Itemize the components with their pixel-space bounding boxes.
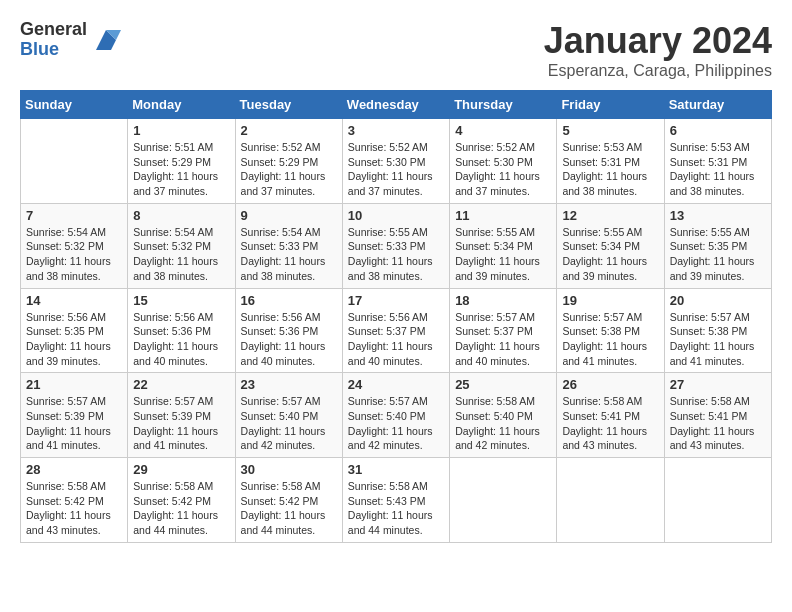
day-number: 7 [26, 208, 122, 223]
day-info: Sunrise: 5:54 AMSunset: 5:32 PMDaylight:… [133, 225, 229, 284]
calendar-cell: 30Sunrise: 5:58 AMSunset: 5:42 PMDayligh… [235, 458, 342, 543]
weekday-header-tuesday: Tuesday [235, 91, 342, 119]
calendar-week-row: 7Sunrise: 5:54 AMSunset: 5:32 PMDaylight… [21, 203, 772, 288]
calendar-cell: 4Sunrise: 5:52 AMSunset: 5:30 PMDaylight… [450, 119, 557, 204]
calendar-cell: 29Sunrise: 5:58 AMSunset: 5:42 PMDayligh… [128, 458, 235, 543]
calendar-cell: 10Sunrise: 5:55 AMSunset: 5:33 PMDayligh… [342, 203, 449, 288]
day-number: 10 [348, 208, 444, 223]
calendar-cell: 9Sunrise: 5:54 AMSunset: 5:33 PMDaylight… [235, 203, 342, 288]
weekday-header-wednesday: Wednesday [342, 91, 449, 119]
day-number: 16 [241, 293, 337, 308]
calendar-week-row: 28Sunrise: 5:58 AMSunset: 5:42 PMDayligh… [21, 458, 772, 543]
calendar-cell: 28Sunrise: 5:58 AMSunset: 5:42 PMDayligh… [21, 458, 128, 543]
calendar-cell [450, 458, 557, 543]
day-info: Sunrise: 5:58 AMSunset: 5:42 PMDaylight:… [241, 479, 337, 538]
weekday-header-row: SundayMondayTuesdayWednesdayThursdayFrid… [21, 91, 772, 119]
calendar-title: January 2024 [544, 20, 772, 62]
logo-icon [91, 25, 121, 55]
day-info: Sunrise: 5:55 AMSunset: 5:34 PMDaylight:… [562, 225, 658, 284]
weekday-header-sunday: Sunday [21, 91, 128, 119]
day-info: Sunrise: 5:51 AMSunset: 5:29 PMDaylight:… [133, 140, 229, 199]
calendar-cell: 20Sunrise: 5:57 AMSunset: 5:38 PMDayligh… [664, 288, 771, 373]
day-number: 2 [241, 123, 337, 138]
day-number: 20 [670, 293, 766, 308]
day-info: Sunrise: 5:58 AMSunset: 5:42 PMDaylight:… [26, 479, 122, 538]
day-info: Sunrise: 5:56 AMSunset: 5:37 PMDaylight:… [348, 310, 444, 369]
day-number: 13 [670, 208, 766, 223]
calendar-cell: 22Sunrise: 5:57 AMSunset: 5:39 PMDayligh… [128, 373, 235, 458]
day-number: 14 [26, 293, 122, 308]
calendar-cell: 6Sunrise: 5:53 AMSunset: 5:31 PMDaylight… [664, 119, 771, 204]
calendar-cell: 31Sunrise: 5:58 AMSunset: 5:43 PMDayligh… [342, 458, 449, 543]
day-info: Sunrise: 5:57 AMSunset: 5:37 PMDaylight:… [455, 310, 551, 369]
day-info: Sunrise: 5:57 AMSunset: 5:38 PMDaylight:… [670, 310, 766, 369]
day-number: 17 [348, 293, 444, 308]
calendar-subtitle: Esperanza, Caraga, Philippines [544, 62, 772, 80]
day-number: 8 [133, 208, 229, 223]
day-info: Sunrise: 5:54 AMSunset: 5:32 PMDaylight:… [26, 225, 122, 284]
day-info: Sunrise: 5:58 AMSunset: 5:42 PMDaylight:… [133, 479, 229, 538]
logo: General Blue [20, 20, 121, 60]
header: General Blue January 2024 Esperanza, Car… [20, 20, 772, 80]
calendar-cell: 11Sunrise: 5:55 AMSunset: 5:34 PMDayligh… [450, 203, 557, 288]
day-number: 18 [455, 293, 551, 308]
calendar-cell [21, 119, 128, 204]
title-section: January 2024 Esperanza, Caraga, Philippi… [544, 20, 772, 80]
day-number: 26 [562, 377, 658, 392]
calendar-cell [664, 458, 771, 543]
day-number: 23 [241, 377, 337, 392]
day-number: 27 [670, 377, 766, 392]
day-info: Sunrise: 5:55 AMSunset: 5:33 PMDaylight:… [348, 225, 444, 284]
day-info: Sunrise: 5:58 AMSunset: 5:41 PMDaylight:… [670, 394, 766, 453]
calendar-cell: 1Sunrise: 5:51 AMSunset: 5:29 PMDaylight… [128, 119, 235, 204]
calendar-table: SundayMondayTuesdayWednesdayThursdayFrid… [20, 90, 772, 543]
day-number: 29 [133, 462, 229, 477]
calendar-cell: 7Sunrise: 5:54 AMSunset: 5:32 PMDaylight… [21, 203, 128, 288]
day-info: Sunrise: 5:55 AMSunset: 5:35 PMDaylight:… [670, 225, 766, 284]
day-info: Sunrise: 5:52 AMSunset: 5:29 PMDaylight:… [241, 140, 337, 199]
day-info: Sunrise: 5:56 AMSunset: 5:35 PMDaylight:… [26, 310, 122, 369]
day-info: Sunrise: 5:57 AMSunset: 5:40 PMDaylight:… [241, 394, 337, 453]
calendar-week-row: 21Sunrise: 5:57 AMSunset: 5:39 PMDayligh… [21, 373, 772, 458]
calendar-cell: 18Sunrise: 5:57 AMSunset: 5:37 PMDayligh… [450, 288, 557, 373]
day-number: 31 [348, 462, 444, 477]
calendar-cell: 8Sunrise: 5:54 AMSunset: 5:32 PMDaylight… [128, 203, 235, 288]
day-info: Sunrise: 5:52 AMSunset: 5:30 PMDaylight:… [348, 140, 444, 199]
weekday-header-monday: Monday [128, 91, 235, 119]
day-number: 15 [133, 293, 229, 308]
calendar-week-row: 1Sunrise: 5:51 AMSunset: 5:29 PMDaylight… [21, 119, 772, 204]
calendar-cell: 12Sunrise: 5:55 AMSunset: 5:34 PMDayligh… [557, 203, 664, 288]
day-info: Sunrise: 5:54 AMSunset: 5:33 PMDaylight:… [241, 225, 337, 284]
day-info: Sunrise: 5:56 AMSunset: 5:36 PMDaylight:… [241, 310, 337, 369]
day-info: Sunrise: 5:58 AMSunset: 5:43 PMDaylight:… [348, 479, 444, 538]
calendar-cell: 24Sunrise: 5:57 AMSunset: 5:40 PMDayligh… [342, 373, 449, 458]
calendar-cell: 27Sunrise: 5:58 AMSunset: 5:41 PMDayligh… [664, 373, 771, 458]
day-info: Sunrise: 5:57 AMSunset: 5:38 PMDaylight:… [562, 310, 658, 369]
calendar-cell: 5Sunrise: 5:53 AMSunset: 5:31 PMDaylight… [557, 119, 664, 204]
day-info: Sunrise: 5:52 AMSunset: 5:30 PMDaylight:… [455, 140, 551, 199]
calendar-cell: 23Sunrise: 5:57 AMSunset: 5:40 PMDayligh… [235, 373, 342, 458]
calendar-cell: 15Sunrise: 5:56 AMSunset: 5:36 PMDayligh… [128, 288, 235, 373]
day-info: Sunrise: 5:57 AMSunset: 5:39 PMDaylight:… [26, 394, 122, 453]
calendar-cell: 26Sunrise: 5:58 AMSunset: 5:41 PMDayligh… [557, 373, 664, 458]
day-number: 12 [562, 208, 658, 223]
logo-general: General [20, 20, 87, 40]
calendar-cell [557, 458, 664, 543]
day-number: 9 [241, 208, 337, 223]
day-info: Sunrise: 5:56 AMSunset: 5:36 PMDaylight:… [133, 310, 229, 369]
day-number: 28 [26, 462, 122, 477]
day-number: 3 [348, 123, 444, 138]
day-number: 6 [670, 123, 766, 138]
day-number: 1 [133, 123, 229, 138]
day-info: Sunrise: 5:57 AMSunset: 5:39 PMDaylight:… [133, 394, 229, 453]
weekday-header-friday: Friday [557, 91, 664, 119]
logo-blue: Blue [20, 40, 87, 60]
calendar-cell: 3Sunrise: 5:52 AMSunset: 5:30 PMDaylight… [342, 119, 449, 204]
day-number: 21 [26, 377, 122, 392]
day-number: 22 [133, 377, 229, 392]
day-info: Sunrise: 5:57 AMSunset: 5:40 PMDaylight:… [348, 394, 444, 453]
calendar-week-row: 14Sunrise: 5:56 AMSunset: 5:35 PMDayligh… [21, 288, 772, 373]
calendar-cell: 13Sunrise: 5:55 AMSunset: 5:35 PMDayligh… [664, 203, 771, 288]
day-number: 24 [348, 377, 444, 392]
calendar-cell: 16Sunrise: 5:56 AMSunset: 5:36 PMDayligh… [235, 288, 342, 373]
